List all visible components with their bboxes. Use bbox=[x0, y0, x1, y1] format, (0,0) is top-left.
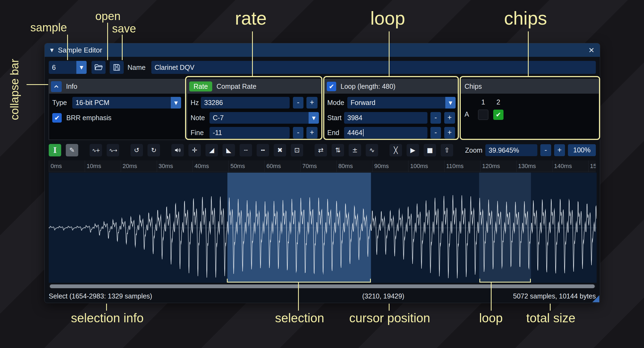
chevron-down-icon[interactable]: ▼ bbox=[309, 112, 319, 124]
time-ruler: 0ms10ms20ms30ms40ms50ms60ms70ms80ms90ms1… bbox=[49, 160, 596, 172]
redo-button[interactable]: ↻ bbox=[148, 144, 160, 156]
fine-label: Fine bbox=[191, 127, 204, 139]
swap-arrows-icon: ⇄ bbox=[318, 147, 323, 153]
arrows-out-icon: ✛ bbox=[192, 147, 197, 153]
fine-input[interactable]: -11 bbox=[210, 127, 290, 139]
loop-end-increment-button[interactable]: + bbox=[444, 127, 455, 139]
edit-mode-draw-button[interactable]: ✎ bbox=[66, 144, 78, 156]
zoom-out-button[interactable]: - bbox=[540, 144, 551, 156]
fade-out-button[interactable]: ◣ bbox=[223, 144, 235, 156]
selection-info-text: Select (1654-2983: 1329 samples) bbox=[49, 290, 152, 302]
save-sample-button[interactable] bbox=[110, 61, 124, 74]
scrollbar-thumb[interactable] bbox=[50, 284, 595, 288]
fade-in-button[interactable]: ◢ bbox=[205, 144, 218, 156]
loop-start-decrement-button[interactable]: - bbox=[430, 112, 441, 124]
loop-panel: ✔ Loop (length: 480) Mode Forward ▼ Star… bbox=[324, 79, 458, 140]
fine-decrement-button[interactable]: - bbox=[293, 127, 303, 139]
waveform-scrollbar[interactable] bbox=[49, 284, 596, 288]
close-icon[interactable]: ✕ bbox=[588, 46, 594, 54]
ruler-label: 60ms bbox=[264, 160, 300, 172]
trim-button[interactable]: ⊡ bbox=[291, 144, 303, 156]
annotation-save-label: save bbox=[112, 22, 136, 35]
window-collapse-icon[interactable]: ▼ bbox=[50, 47, 54, 53]
filter-button[interactable]: ∿ bbox=[366, 144, 378, 156]
edit-mode-select-button[interactable]: I bbox=[49, 144, 61, 156]
normalize-button[interactable]: ✛ bbox=[188, 144, 201, 156]
note-dropdown-value: C-7 bbox=[213, 112, 224, 124]
loop-end-decrement-button[interactable]: - bbox=[430, 127, 441, 139]
info-panel-header[interactable]: Info bbox=[49, 79, 185, 94]
stop-preview-button[interactable]: ■ bbox=[424, 144, 436, 156]
fine-increment-button[interactable]: + bbox=[306, 127, 318, 139]
invert-button[interactable]: ⇅ bbox=[332, 144, 344, 156]
open-sample-button[interactable] bbox=[91, 61, 106, 74]
annotation-loop-marker-label: loop bbox=[479, 311, 503, 325]
loop-start-increment-button[interactable]: + bbox=[444, 112, 455, 124]
ruler-label: 30ms bbox=[156, 160, 192, 172]
zoom-reset-button[interactable]: 100% bbox=[568, 144, 596, 156]
resize-icon: ∿+ bbox=[92, 148, 100, 153]
crossfade-loop-points-button[interactable]: ╳ bbox=[390, 144, 402, 156]
sample-selector[interactable]: 6 ▼ bbox=[49, 61, 87, 74]
delete-button[interactable]: ✖ bbox=[274, 144, 286, 156]
zoom-value: 39.9645% bbox=[489, 146, 519, 154]
apply-silence-button[interactable]: ╍ bbox=[257, 144, 269, 156]
amplify-button[interactable] bbox=[171, 144, 184, 156]
resample-button[interactable]: ∿→ bbox=[107, 144, 119, 156]
sine-wave-icon: ∿ bbox=[369, 147, 375, 153]
crop-icon: ⊡ bbox=[294, 147, 300, 153]
zoom-input[interactable]: 39.9645% bbox=[485, 144, 537, 156]
info-header-label: Info bbox=[66, 83, 77, 90]
hz-increment-button[interactable]: + bbox=[306, 97, 318, 109]
annotation-collapse-bar-label: collapse bar bbox=[8, 51, 21, 120]
reverse-button[interactable]: ⇄ bbox=[315, 144, 327, 156]
sign-invert-button[interactable]: ± bbox=[349, 144, 361, 156]
titlebar[interactable]: ▼ Sample Editor ✕ bbox=[45, 43, 600, 57]
loop-start-label: Start bbox=[327, 112, 342, 124]
chevron-down-icon[interactable]: ▼ bbox=[445, 97, 456, 109]
brr-emphasis-checkbox[interactable]: ✔ bbox=[52, 113, 62, 123]
resize-button[interactable]: ∿+ bbox=[90, 144, 102, 156]
resize-grip[interactable] bbox=[592, 295, 599, 302]
chips-header-label: Chips bbox=[465, 83, 482, 90]
loop-panel-header: ✔ Loop (length: 480) bbox=[324, 79, 458, 94]
ruler-label: 90ms bbox=[372, 160, 408, 172]
loop-start-input[interactable]: 3984 bbox=[344, 112, 427, 124]
note-dropdown[interactable]: C-7 ▼ bbox=[210, 112, 319, 124]
rate-badge[interactable]: Rate bbox=[189, 81, 212, 91]
check-icon: ✔ bbox=[496, 111, 501, 119]
chip-a2-checkbox[interactable]: ✔ bbox=[493, 110, 504, 120]
chevron-down-icon[interactable]: ▼ bbox=[76, 61, 87, 74]
hz-input[interactable]: 33286 bbox=[201, 97, 290, 109]
collapse-info-button[interactable] bbox=[51, 81, 62, 92]
ruler-label: 0ms bbox=[49, 160, 85, 172]
loop-mode-dropdown[interactable]: Forward ▼ bbox=[347, 97, 456, 109]
hz-decrement-button[interactable]: - bbox=[293, 97, 303, 109]
loop-start-value: 3984 bbox=[347, 114, 362, 122]
annotation-selection-label: selection bbox=[275, 311, 324, 325]
loop-mode-value: Forward bbox=[351, 97, 375, 109]
chips-panel: Chips 1 2 A ✔ bbox=[460, 79, 599, 140]
note-label: Note bbox=[191, 112, 205, 124]
preview-button[interactable]: ▶ bbox=[407, 144, 419, 156]
hz-label: Hz bbox=[191, 97, 199, 109]
insert-silence-button[interactable]: ╌ bbox=[240, 144, 252, 156]
chevron-up-icon bbox=[53, 83, 60, 90]
type-dropdown[interactable]: 16-bit PCM ▼ bbox=[72, 97, 181, 109]
chip-row-a-label: A bbox=[465, 109, 469, 119]
loop-enabled-checkbox[interactable]: ✔ bbox=[327, 82, 336, 91]
chevron-down-icon[interactable]: ▼ bbox=[171, 97, 181, 109]
ruler-label: 140ms bbox=[552, 160, 588, 172]
zoom-in-button[interactable]: + bbox=[554, 144, 565, 156]
pencil-icon: ✎ bbox=[69, 147, 75, 153]
chip-a1-checkbox[interactable] bbox=[478, 110, 488, 120]
waveform-canvas[interactable] bbox=[49, 173, 597, 283]
annotation-line bbox=[106, 304, 107, 311]
name-label: Name bbox=[128, 61, 146, 74]
undo-button[interactable]: ↺ bbox=[130, 144, 143, 156]
create-wavetable-button[interactable]: ⇧ bbox=[441, 144, 453, 156]
sample-name-input[interactable]: Clarinet DQV bbox=[151, 61, 596, 74]
rate-panel-header: Rate Compat Rate bbox=[187, 79, 321, 94]
loop-end-input[interactable]: 4464 bbox=[344, 127, 427, 139]
plus-minus-icon: ± bbox=[352, 147, 358, 153]
